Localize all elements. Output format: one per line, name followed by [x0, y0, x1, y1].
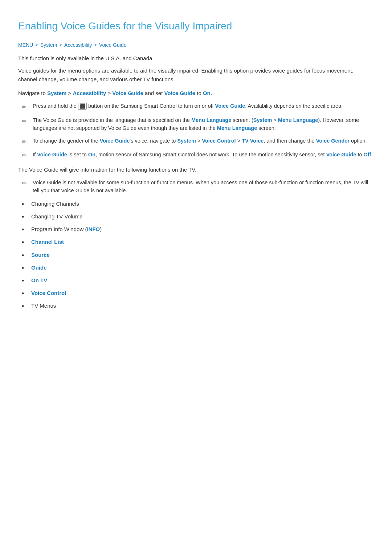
note4-on-link[interactable]: On — [88, 152, 95, 157]
page-title: Enabling Voice Guides for the Visually I… — [18, 18, 374, 34]
bullet-dot-2: • — [22, 213, 30, 222]
guide-link[interactable]: Guide — [31, 264, 47, 271]
breadcrumb-sep-2: > — [60, 41, 62, 49]
bullet-dot-7: • — [22, 276, 30, 286]
note-item-1: ✏ Press and hold the ⬛ button on the Sam… — [22, 102, 374, 112]
list-item-source: • Source — [22, 251, 374, 260]
note2-menu-lang-link2[interactable]: Menu Language — [278, 117, 318, 123]
nav-system-link[interactable]: System — [47, 90, 66, 96]
note2-menu-lang-link1[interactable]: Menu Language — [191, 117, 231, 123]
channel-list-text: Channel List — [31, 238, 64, 246]
breadcrumb-sep-3: > — [94, 41, 97, 49]
note2-menu-lang-link3[interactable]: Menu Language — [217, 125, 257, 131]
note-text-4: If Voice Guide is set to On, motion sens… — [33, 151, 374, 159]
bullet-dot-3: • — [22, 225, 30, 234]
nav-sep2: > — [107, 90, 112, 96]
tv-menus-text: TV Menus — [31, 302, 56, 310]
navigate-line: Navigate to System > Accessibility > Voi… — [18, 89, 374, 98]
remote-icon: ⬛ — [78, 103, 87, 110]
nav-accessibility-link[interactable]: Accessibility — [73, 90, 106, 96]
bullet-dot-6: • — [22, 264, 30, 273]
functions-list: • Changing Channels • Changing TV Volume… — [22, 200, 374, 311]
breadcrumb: MENU > System > Accessibility > Voice Gu… — [18, 41, 374, 49]
note3-voice-control-link[interactable]: Voice Control — [202, 138, 236, 144]
note4-off-link[interactable]: Off — [364, 152, 371, 157]
voice-guide-section-heading: The Voice Guide will give information fo… — [18, 165, 374, 174]
notes-list: ✏ Press and hold the ⬛ button on the Sam… — [22, 102, 374, 160]
bullet-dot-1: • — [22, 200, 30, 209]
note3-voice-gender-link[interactable]: Voice Gender — [316, 138, 350, 144]
pencil-icon-2: ✏ — [22, 116, 30, 126]
voice-guide-sub-note-list: ✏ Voice Guide is not available for some … — [22, 178, 374, 195]
note-text-3: To change the gender of the Voice Guide'… — [33, 137, 374, 145]
note4-voice-guide-link[interactable]: Voice Guide — [37, 152, 67, 157]
source-text: Source — [31, 251, 50, 259]
breadcrumb-voice-guide[interactable]: Voice Guide — [99, 41, 127, 49]
pencil-icon-4: ✏ — [22, 151, 30, 160]
bullet-dot-9: • — [22, 302, 30, 311]
source-link[interactable]: Source — [31, 252, 50, 258]
voice-control-link[interactable]: Voice Control — [31, 290, 66, 296]
breadcrumb-sep-1: > — [35, 41, 38, 49]
breadcrumb-accessibility[interactable]: Accessibility — [64, 41, 92, 49]
program-info-text: Program Info Window (INFO) — [31, 225, 102, 234]
nav-sep1: > — [68, 90, 73, 96]
voice-control-text: Voice Control — [31, 289, 66, 297]
note3-system-link[interactable]: System — [177, 138, 196, 144]
note1-voice-guide-link[interactable]: Voice Guide — [215, 103, 245, 109]
note2-system-link[interactable]: System — [253, 117, 272, 123]
changing-volume-text: Changing TV Volume — [31, 213, 82, 221]
bullet-dot-5: • — [22, 251, 30, 260]
list-item-tv-menus: • TV Menus — [22, 302, 374, 311]
guide-text: Guide — [31, 264, 47, 272]
note-item-2: ✏ The Voice Guide is provided in the lan… — [22, 116, 374, 132]
note-item-3: ✏ To change the gender of the Voice Guid… — [22, 137, 374, 147]
pencil-icon-1: ✏ — [22, 102, 30, 112]
on-tv-text: On TV — [31, 276, 47, 285]
list-item-changing-volume: • Changing TV Volume — [22, 213, 374, 222]
nav-set-voice-guide[interactable]: Voice Guide — [164, 90, 195, 96]
channel-list-link[interactable]: Channel List — [31, 239, 64, 245]
nav-on-value: On. — [203, 90, 212, 96]
note-item-4: ✏ If Voice Guide is set to On, motion se… — [22, 151, 374, 160]
note-text-2: The Voice Guide is provided in the langu… — [33, 116, 374, 132]
bullet-dot-4: • — [22, 238, 30, 247]
list-item-guide: • Guide — [22, 264, 374, 273]
intro-line1: This function is only available in the U… — [18, 54, 374, 63]
list-item-on-tv: • On TV — [22, 276, 374, 286]
note3-voice-guide-link[interactable]: Voice Guide — [100, 138, 130, 144]
list-item-changing-channels: • Changing Channels — [22, 200, 374, 209]
note-text-1: Press and hold the ⬛ button on the Samsu… — [33, 102, 374, 110]
breadcrumb-menu[interactable]: MENU — [18, 41, 33, 49]
voice-guide-sub-note: ✏ Voice Guide is not available for some … — [22, 178, 374, 195]
breadcrumb-system[interactable]: System — [40, 41, 57, 49]
voice-guide-sub-note-text: Voice Guide is not available for some su… — [33, 178, 374, 195]
changing-channels-text: Changing Channels — [31, 200, 79, 208]
note4-voice-guide-link2[interactable]: Voice Guide — [326, 152, 356, 157]
nav-voice-guide-link[interactable]: Voice Guide — [112, 90, 143, 96]
list-item-voice-control: • Voice Control — [22, 289, 374, 298]
intro-line2: Voice guides for the menu options are av… — [18, 66, 374, 84]
note3-tv-voice-link[interactable]: TV Voice — [242, 138, 264, 144]
pencil-icon-5: ✏ — [22, 179, 30, 188]
pencil-icon-3: ✏ — [22, 137, 30, 147]
list-item-channel-list: • Channel List — [22, 238, 374, 247]
list-item-program-info: • Program Info Window (INFO) — [22, 225, 374, 234]
info-link[interactable]: INFO — [87, 226, 100, 232]
on-tv-link[interactable]: On TV — [31, 277, 47, 283]
bullet-dot-8: • — [22, 289, 30, 298]
